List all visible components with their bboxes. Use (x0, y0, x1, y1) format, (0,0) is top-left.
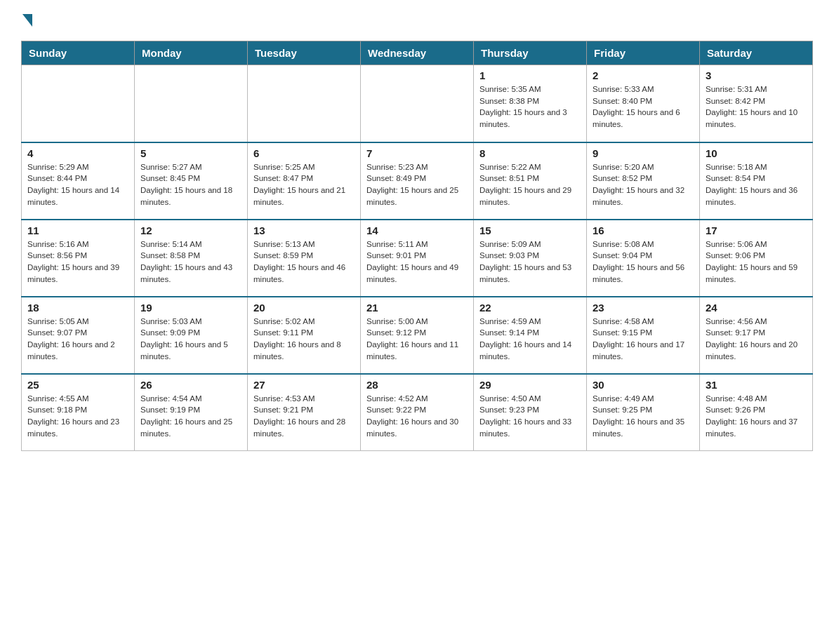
cell-day-number: 29 (479, 379, 581, 391)
calendar-cell (248, 65, 361, 142)
cell-info: Sunrise: 5:03 AMSunset: 9:09 PMDaylight:… (140, 316, 241, 363)
cell-day-number: 21 (366, 302, 468, 314)
calendar-cell: 30Sunrise: 4:49 AMSunset: 9:25 PMDayligh… (587, 374, 700, 451)
calendar-cell: 2Sunrise: 5:33 AMSunset: 8:40 PMDaylight… (587, 65, 700, 142)
cell-day-number: 10 (706, 147, 807, 159)
cell-day-number: 24 (706, 302, 807, 314)
calendar-cell (22, 65, 135, 142)
cell-info: Sunrise: 5:27 AMSunset: 8:45 PMDaylight:… (140, 161, 241, 208)
calendar-cell: 12Sunrise: 5:14 AMSunset: 8:58 PMDayligh… (135, 220, 248, 297)
cell-day-number: 28 (366, 379, 468, 391)
col-thursday: Thursday (474, 41, 587, 65)
cell-day-number: 14 (366, 224, 468, 236)
cell-info: Sunrise: 5:14 AMSunset: 8:58 PMDaylight:… (140, 239, 241, 286)
cell-info: Sunrise: 5:05 AMSunset: 9:07 PMDaylight:… (27, 316, 128, 363)
calendar-cell: 27Sunrise: 4:53 AMSunset: 9:21 PMDayligh… (248, 374, 361, 451)
calendar-cell: 15Sunrise: 5:09 AMSunset: 9:03 PMDayligh… (474, 220, 587, 297)
cell-day-number: 8 (479, 147, 581, 159)
calendar-cell: 4Sunrise: 5:29 AMSunset: 8:44 PMDaylight… (22, 142, 135, 220)
calendar-cell: 3Sunrise: 5:31 AMSunset: 8:42 PMDaylight… (700, 65, 813, 142)
cell-day-number: 2 (593, 69, 694, 81)
calendar-cell (361, 65, 474, 142)
calendar-cell: 1Sunrise: 5:35 AMSunset: 8:38 PMDaylight… (474, 65, 587, 142)
cell-day-number: 22 (479, 302, 581, 314)
calendar-table: Sunday Monday Tuesday Wednesday Thursday… (21, 41, 813, 451)
cell-info: Sunrise: 5:25 AMSunset: 8:47 PMDaylight:… (253, 161, 355, 208)
cell-info: Sunrise: 4:55 AMSunset: 9:18 PMDaylight:… (27, 393, 128, 440)
col-friday: Friday (587, 41, 700, 65)
cell-day-number: 16 (593, 224, 694, 236)
calendar-cell: 28Sunrise: 4:52 AMSunset: 9:22 PMDayligh… (361, 374, 474, 451)
cell-info: Sunrise: 5:31 AMSunset: 8:42 PMDaylight:… (706, 83, 807, 130)
cell-day-number: 11 (27, 224, 128, 236)
calendar-cell: 22Sunrise: 4:59 AMSunset: 9:14 PMDayligh… (474, 297, 587, 374)
col-tuesday: Tuesday (248, 41, 361, 65)
cell-info: Sunrise: 4:49 AMSunset: 9:25 PMDaylight:… (593, 393, 694, 440)
calendar-cell: 26Sunrise: 4:54 AMSunset: 9:19 PMDayligh… (135, 374, 248, 451)
calendar-cell: 13Sunrise: 5:13 AMSunset: 8:59 PMDayligh… (248, 220, 361, 297)
calendar-cell: 18Sunrise: 5:05 AMSunset: 9:07 PMDayligh… (22, 297, 135, 374)
cell-info: Sunrise: 4:58 AMSunset: 9:15 PMDaylight:… (593, 316, 694, 363)
cell-day-number: 6 (253, 147, 355, 159)
calendar-cell: 5Sunrise: 5:27 AMSunset: 8:45 PMDaylight… (135, 142, 248, 220)
cell-info: Sunrise: 5:23 AMSunset: 8:49 PMDaylight:… (366, 161, 468, 208)
logo (21, 14, 32, 29)
cell-info: Sunrise: 4:56 AMSunset: 9:17 PMDaylight:… (706, 316, 807, 363)
cell-day-number: 23 (593, 302, 694, 314)
calendar-cell: 16Sunrise: 5:08 AMSunset: 9:04 PMDayligh… (587, 220, 700, 297)
calendar-week-row: 18Sunrise: 5:05 AMSunset: 9:07 PMDayligh… (22, 297, 813, 374)
cell-info: Sunrise: 5:02 AMSunset: 9:11 PMDaylight:… (253, 316, 355, 363)
calendar-cell: 8Sunrise: 5:22 AMSunset: 8:51 PMDaylight… (474, 142, 587, 220)
cell-info: Sunrise: 5:09 AMSunset: 9:03 PMDaylight:… (479, 239, 581, 286)
cell-day-number: 31 (706, 379, 807, 391)
cell-day-number: 1 (479, 69, 581, 81)
cell-info: Sunrise: 4:50 AMSunset: 9:23 PMDaylight:… (479, 393, 581, 440)
calendar-cell: 20Sunrise: 5:02 AMSunset: 9:11 PMDayligh… (248, 297, 361, 374)
col-sunday: Sunday (22, 41, 135, 65)
calendar-cell: 14Sunrise: 5:11 AMSunset: 9:01 PMDayligh… (361, 220, 474, 297)
cell-day-number: 7 (366, 147, 468, 159)
cell-day-number: 5 (140, 147, 241, 159)
col-monday: Monday (135, 41, 248, 65)
cell-day-number: 4 (27, 147, 128, 159)
calendar-cell: 11Sunrise: 5:16 AMSunset: 8:56 PMDayligh… (22, 220, 135, 297)
cell-info: Sunrise: 5:06 AMSunset: 9:06 PMDaylight:… (706, 239, 807, 286)
cell-info: Sunrise: 5:08 AMSunset: 9:04 PMDaylight:… (593, 239, 694, 286)
cell-info: Sunrise: 4:52 AMSunset: 9:22 PMDaylight:… (366, 393, 468, 440)
cell-info: Sunrise: 5:20 AMSunset: 8:52 PMDaylight:… (593, 161, 694, 208)
calendar-cell: 7Sunrise: 5:23 AMSunset: 8:49 PMDaylight… (361, 142, 474, 220)
cell-day-number: 26 (140, 379, 241, 391)
cell-day-number: 18 (27, 302, 128, 314)
cell-day-number: 20 (253, 302, 355, 314)
cell-day-number: 12 (140, 224, 241, 236)
calendar-week-row: 4Sunrise: 5:29 AMSunset: 8:44 PMDaylight… (22, 142, 813, 220)
calendar-week-row: 11Sunrise: 5:16 AMSunset: 8:56 PMDayligh… (22, 220, 813, 297)
cell-day-number: 19 (140, 302, 241, 314)
cell-day-number: 30 (593, 379, 694, 391)
cell-info: Sunrise: 5:16 AMSunset: 8:56 PMDaylight:… (27, 239, 128, 286)
calendar-cell: 24Sunrise: 4:56 AMSunset: 9:17 PMDayligh… (700, 297, 813, 374)
cell-day-number: 15 (479, 224, 581, 236)
cell-day-number: 17 (706, 224, 807, 236)
col-saturday: Saturday (700, 41, 813, 65)
calendar-cell: 23Sunrise: 4:58 AMSunset: 9:15 PMDayligh… (587, 297, 700, 374)
cell-info: Sunrise: 4:54 AMSunset: 9:19 PMDaylight:… (140, 393, 241, 440)
calendar-cell: 6Sunrise: 5:25 AMSunset: 8:47 PMDaylight… (248, 142, 361, 220)
calendar-header-row: Sunday Monday Tuesday Wednesday Thursday… (22, 41, 813, 65)
cell-info: Sunrise: 5:13 AMSunset: 8:59 PMDaylight:… (253, 239, 355, 286)
cell-info: Sunrise: 5:22 AMSunset: 8:51 PMDaylight:… (479, 161, 581, 208)
cell-day-number: 3 (706, 69, 807, 81)
cell-day-number: 27 (253, 379, 355, 391)
cell-day-number: 25 (27, 379, 128, 391)
calendar-cell: 19Sunrise: 5:03 AMSunset: 9:09 PMDayligh… (135, 297, 248, 374)
col-wednesday: Wednesday (361, 41, 474, 65)
cell-info: Sunrise: 5:00 AMSunset: 9:12 PMDaylight:… (366, 316, 468, 363)
calendar-week-row: 1Sunrise: 5:35 AMSunset: 8:38 PMDaylight… (22, 65, 813, 142)
cell-info: Sunrise: 5:35 AMSunset: 8:38 PMDaylight:… (479, 83, 581, 130)
cell-info: Sunrise: 5:29 AMSunset: 8:44 PMDaylight:… (27, 161, 128, 208)
cell-info: Sunrise: 4:48 AMSunset: 9:26 PMDaylight:… (706, 393, 807, 440)
cell-info: Sunrise: 5:11 AMSunset: 9:01 PMDaylight:… (366, 239, 468, 286)
cell-info: Sunrise: 4:59 AMSunset: 9:14 PMDaylight:… (479, 316, 581, 363)
cell-day-number: 13 (253, 224, 355, 236)
cell-info: Sunrise: 5:33 AMSunset: 8:40 PMDaylight:… (593, 83, 694, 130)
